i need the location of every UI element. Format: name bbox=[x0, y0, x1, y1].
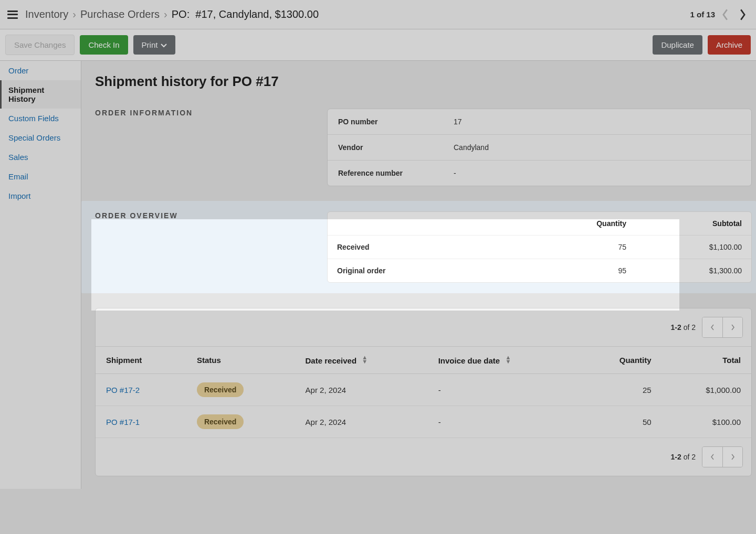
section-label-overview: ORDER OVERVIEW bbox=[95, 211, 327, 283]
chevron-right-icon: › bbox=[72, 8, 76, 20]
content: Shipment history for PO #17 ORDER INFORM… bbox=[81, 61, 756, 489]
next-record-button[interactable] bbox=[736, 8, 749, 21]
breadcrumb-inventory[interactable]: Inventory bbox=[25, 8, 68, 20]
col-shipment[interactable]: Shipment bbox=[96, 347, 186, 374]
breadcrumb-current: PO: #17, Candyland, $1300.00 bbox=[172, 8, 319, 20]
prev-page-button[interactable] bbox=[702, 447, 722, 467]
table-row: PO #17-2 Received Apr 2, 2024 - 25 $1,00… bbox=[96, 374, 751, 406]
next-page-button[interactable] bbox=[722, 317, 742, 337]
actionbar: Save Changes Check In Print Duplicate Ar… bbox=[0, 29, 756, 61]
sidebar-item-import[interactable]: Import bbox=[0, 186, 81, 206]
chevron-down-icon bbox=[161, 40, 167, 49]
sidebar-item-sales[interactable]: Sales bbox=[0, 147, 81, 167]
col-status[interactable]: Status bbox=[186, 347, 295, 374]
overview-row-original: Original order 95 $1,300.00 bbox=[328, 259, 751, 282]
duplicate-button[interactable]: Duplicate bbox=[653, 35, 702, 55]
page-title: Shipment history for PO #17 bbox=[95, 73, 752, 90]
shipments-table: Shipment Status Date received ▲▼ Invoice… bbox=[96, 346, 751, 438]
print-button[interactable]: Print bbox=[133, 35, 176, 55]
info-val: 17 bbox=[454, 118, 462, 126]
overview-header-quantity: Quantity bbox=[553, 219, 626, 228]
cell-total: $100.00 bbox=[662, 406, 751, 438]
info-row-po: PO number 17 bbox=[328, 109, 751, 135]
overview-header-subtotal: Subtotal bbox=[626, 219, 742, 228]
overview-subtotal: $1,100.00 bbox=[626, 243, 742, 251]
chevron-right-icon: › bbox=[164, 8, 167, 20]
shipment-table-card: 1-2 of 2 Shipment Status Date received ▲… bbox=[95, 308, 752, 476]
pager-range: 1-2 of 2 bbox=[671, 323, 696, 332]
shipment-link[interactable]: PO #17-1 bbox=[106, 418, 140, 426]
order-overview-section: ORDER OVERVIEW Quantity Subtotal Receive… bbox=[81, 201, 756, 293]
sidebar-item-custom-fields[interactable]: Custom Fields bbox=[0, 109, 81, 128]
order-information-section: ORDER INFORMATION PO number 17 Vendor Ca… bbox=[95, 109, 752, 186]
prev-record-button[interactable] bbox=[719, 8, 732, 21]
info-key: PO number bbox=[338, 118, 454, 126]
save-button[interactable]: Save Changes bbox=[5, 35, 75, 55]
table-row: PO #17-1 Received Apr 2, 2024 - 50 $100.… bbox=[96, 406, 751, 438]
sidebar-item-email[interactable]: Email bbox=[0, 167, 81, 186]
info-key: Reference number bbox=[338, 169, 454, 177]
sidebar-item-shipment-history[interactable]: Shipment History bbox=[0, 80, 81, 109]
record-pager: 1 of 13 bbox=[690, 8, 749, 21]
sidebar: Order Shipment History Custom Fields Spe… bbox=[0, 61, 81, 489]
overview-qty: 75 bbox=[553, 243, 626, 251]
section-label-info: ORDER INFORMATION bbox=[95, 109, 327, 186]
overview-subtotal: $1,300.00 bbox=[626, 266, 742, 275]
table-pager-top: 1-2 of 2 bbox=[96, 308, 751, 346]
menu-icon[interactable] bbox=[7, 10, 18, 19]
sidebar-item-special-orders[interactable]: Special Orders bbox=[0, 128, 81, 147]
overview-label: Original order bbox=[337, 266, 553, 275]
sort-icon: ▲▼ bbox=[505, 355, 511, 364]
order-overview-card: Quantity Subtotal Received 75 $1,100.00 … bbox=[327, 211, 752, 283]
cell-qty: 50 bbox=[578, 406, 662, 438]
check-in-button[interactable]: Check In bbox=[80, 35, 128, 55]
order-info-card: PO number 17 Vendor Candyland Reference … bbox=[327, 109, 752, 186]
col-quantity[interactable]: Quantity bbox=[578, 347, 662, 374]
info-row-reference: Reference number - bbox=[328, 161, 751, 186]
cell-total: $1,000.00 bbox=[662, 374, 751, 406]
shipment-link[interactable]: PO #17-2 bbox=[106, 386, 140, 394]
prev-page-button[interactable] bbox=[702, 317, 722, 337]
cell-qty: 25 bbox=[578, 374, 662, 406]
cell-invoice: - bbox=[428, 406, 578, 438]
overview-row-received: Received 75 $1,100.00 bbox=[328, 236, 751, 259]
pager-text: 1 of 13 bbox=[690, 10, 715, 19]
overview-label: Received bbox=[337, 243, 553, 251]
status-badge: Received bbox=[197, 414, 244, 429]
info-val: Candyland bbox=[454, 143, 489, 152]
sort-icon: ▲▼ bbox=[362, 355, 368, 364]
sidebar-item-order[interactable]: Order bbox=[0, 61, 81, 80]
print-label: Print bbox=[142, 40, 158, 49]
archive-button[interactable]: Archive bbox=[708, 35, 751, 55]
cell-date: Apr 2, 2024 bbox=[295, 374, 428, 406]
cell-invoice: - bbox=[428, 374, 578, 406]
table-pager-bottom: 1-2 of 2 bbox=[96, 438, 751, 476]
info-val: - bbox=[454, 169, 456, 177]
info-row-vendor: Vendor Candyland bbox=[328, 135, 751, 161]
status-badge: Received bbox=[197, 382, 244, 397]
info-key: Vendor bbox=[338, 143, 454, 152]
breadcrumb: Inventory › Purchase Orders › PO: #17, C… bbox=[25, 8, 690, 20]
overview-qty: 95 bbox=[553, 266, 626, 275]
topbar: Inventory › Purchase Orders › PO: #17, C… bbox=[0, 0, 756, 29]
col-invoice-due[interactable]: Invoice due date ▲▼ bbox=[428, 347, 578, 374]
next-page-button[interactable] bbox=[722, 447, 742, 467]
cell-date: Apr 2, 2024 bbox=[295, 406, 428, 438]
pager-range: 1-2 of 2 bbox=[671, 453, 696, 461]
col-date-received[interactable]: Date received ▲▼ bbox=[295, 347, 428, 374]
col-total[interactable]: Total bbox=[662, 347, 751, 374]
breadcrumb-purchase-orders[interactable]: Purchase Orders bbox=[80, 8, 160, 20]
